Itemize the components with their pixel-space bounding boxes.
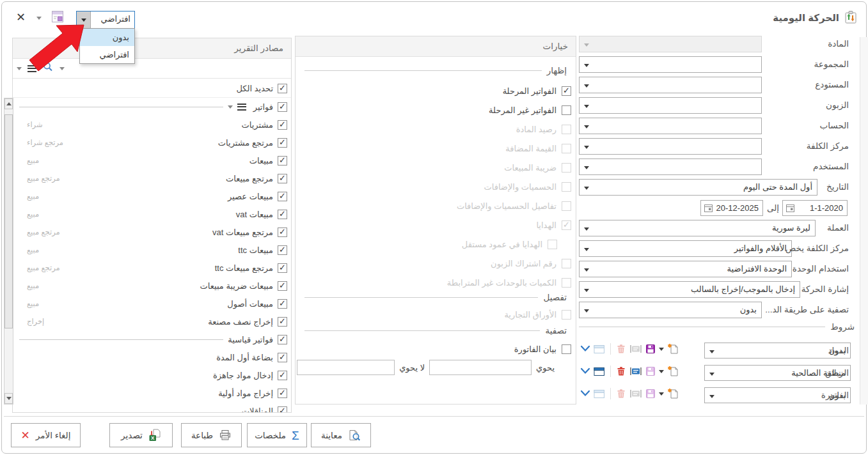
customer-combobox[interactable]: [579, 97, 762, 114]
source-row[interactable]: مبيعات أصولمبيع: [13, 295, 291, 312]
chevron-down-icon: [709, 350, 714, 353]
group-menu-icon[interactable]: [237, 102, 246, 112]
checkbox[interactable]: [278, 299, 287, 309]
checkbox[interactable]: [278, 156, 287, 166]
account-combobox[interactable]: [579, 118, 762, 134]
save-options-caret-icon[interactable]: [659, 370, 664, 373]
source-row[interactable]: بضاعة أول المدة: [13, 348, 291, 366]
window-button-icon[interactable]: [594, 367, 605, 376]
rename-icon[interactable]: [629, 367, 642, 376]
summaries-button[interactable]: ملخصات Σ: [247, 423, 307, 447]
checkbox[interactable]: [278, 263, 287, 273]
checkbox[interactable]: [278, 371, 287, 380]
source-row[interactable]: مرتجع مبيعات vatمرتجع مبيع: [13, 223, 291, 241]
close-icon[interactable]: ✕: [16, 10, 26, 24]
dropdown-item-default[interactable]: افتراضي: [80, 46, 134, 63]
cancel-button[interactable]: ✕ إلغاء الأمر: [11, 423, 81, 447]
scroll-up-button[interactable]: [4, 98, 13, 109]
source-row[interactable]: المناقلات: [13, 402, 291, 413]
menu-icon[interactable]: [28, 63, 36, 73]
checkbox[interactable]: [278, 406, 287, 413]
search-options-caret-icon[interactable]: [17, 67, 22, 70]
contains-input[interactable]: [429, 360, 532, 375]
payment-filter-combobox[interactable]: بدون: [579, 302, 762, 318]
user-combobox[interactable]: [579, 158, 762, 175]
from-date-input[interactable]: 1-1-2020: [782, 200, 848, 216]
export-button[interactable]: تصدير X: [109, 423, 173, 447]
source-row[interactable]: مرتجع مبيعات ttcمرتجع مبيع: [13, 259, 291, 277]
report-layout-icon[interactable]: [51, 9, 65, 27]
source-group-invoices[interactable]: فواتير: [13, 98, 291, 116]
preview-button[interactable]: معاينة: [311, 423, 371, 447]
search-icon[interactable]: [42, 61, 54, 75]
source-row[interactable]: مبيعات عصيرمبيع: [13, 187, 291, 205]
source-row[interactable]: مشترياتشراء: [13, 116, 291, 134]
save-options-caret-icon[interactable]: [659, 348, 664, 351]
checkbox[interactable]: [562, 105, 571, 115]
toolbar-dropdown-caret-icon[interactable]: [36, 17, 42, 20]
movement-sign-combobox[interactable]: إدخال بالموجب/إخراج بالسالب: [579, 281, 800, 298]
to-date-input[interactable]: 20-12-2025: [700, 200, 763, 216]
source-row[interactable]: إخراج مواد أولية: [13, 384, 291, 402]
print-button[interactable]: طباعة: [181, 423, 242, 447]
scrollbar-thumb[interactable]: [4, 114, 13, 328]
preset-combobox-arrow[interactable]: [77, 12, 91, 28]
source-group-standard-invoices[interactable]: فواتير قياسية: [13, 330, 291, 348]
warehouse-combobox[interactable]: [579, 77, 762, 93]
expand-chevron-icon[interactable]: [580, 367, 590, 375]
delete-icon[interactable]: [616, 366, 626, 376]
checkbox[interactable]: [278, 353, 287, 362]
date-range-combobox[interactable]: أول المدة حتى اليوم: [579, 179, 817, 196]
checkbox[interactable]: [278, 210, 287, 219]
save-icon[interactable]: [645, 344, 656, 354]
currency-combobox[interactable]: ليرة سورية: [579, 220, 816, 236]
option-unposted-invoices[interactable]: الفواتير غير المرحلة: [296, 103, 576, 117]
source-row[interactable]: مبيعات ضريبة مبيعاتمبيع: [13, 277, 291, 295]
cost-center-combobox[interactable]: [579, 138, 762, 155]
source-row[interactable]: مرتجع مشترياتمرتجع شراء: [13, 134, 291, 151]
search-scope-caret-icon[interactable]: [59, 67, 65, 70]
new-condition-icon[interactable]: [667, 366, 679, 377]
preset-combobox[interactable]: افتراضي: [76, 11, 135, 29]
report-sources-panel: مصادر التقرير تحديد الكل فواتير: [12, 38, 292, 413]
source-row[interactable]: إخراج نصف مصنعةإخراج: [13, 312, 291, 330]
new-condition-icon[interactable]: [667, 343, 679, 355]
checkbox[interactable]: [278, 281, 287, 291]
checkbox[interactable]: [278, 102, 287, 112]
checkbox[interactable]: [278, 245, 287, 255]
checkbox[interactable]: [278, 120, 287, 130]
checkbox[interactable]: [278, 335, 287, 344]
option-invoice-statement[interactable]: بيان الفاتورة: [296, 342, 576, 356]
source-row[interactable]: مبيعات ttcمبيع: [13, 241, 291, 259]
checkbox[interactable]: [278, 317, 287, 327]
arrow-up-icon: [6, 102, 12, 105]
checkbox[interactable]: [278, 84, 287, 93]
option-posted-invoices[interactable]: الفواتير المرحلة: [296, 84, 576, 98]
checkbox[interactable]: [278, 228, 287, 237]
expand-chevron-icon[interactable]: [580, 345, 590, 353]
source-row[interactable]: إدخال مواد جاهزة: [13, 366, 291, 384]
checkbox[interactable]: [278, 389, 287, 398]
unit-usage-combobox[interactable]: الوحدة الافتراضية: [579, 261, 792, 277]
save-options-caret-icon[interactable]: [659, 392, 664, 396]
not-contains-input[interactable]: [297, 360, 395, 375]
source-search-bar[interactable]: [13, 59, 291, 79]
checkbox[interactable]: [278, 174, 287, 183]
source-row[interactable]: مرتجع مبيعاتمرتجع مبيع: [13, 169, 291, 187]
group-caret-icon[interactable]: [228, 105, 233, 109]
checkbox[interactable]: [562, 344, 571, 354]
source-row[interactable]: مبيعات vatمبيع: [13, 205, 291, 223]
scroll-down-button[interactable]: [4, 393, 13, 404]
new-condition-icon[interactable]: [667, 388, 679, 399]
cost-center-scope-combobox[interactable]: الأقلام والفواتير: [579, 240, 792, 257]
checkbox[interactable]: [562, 86, 571, 96]
expand-chevron-icon[interactable]: [580, 390, 590, 397]
checkbox[interactable]: [278, 138, 287, 148]
window-button-icon: [594, 389, 605, 399]
group-combobox[interactable]: [579, 56, 762, 73]
dropdown-item-none[interactable]: بدون: [80, 29, 134, 46]
source-row[interactable]: مبيعاتمبيع: [13, 151, 291, 169]
select-all-row[interactable]: تحديد الكل: [13, 80, 291, 98]
sources-scrollbar[interactable]: [4, 98, 13, 405]
checkbox[interactable]: [278, 192, 287, 201]
